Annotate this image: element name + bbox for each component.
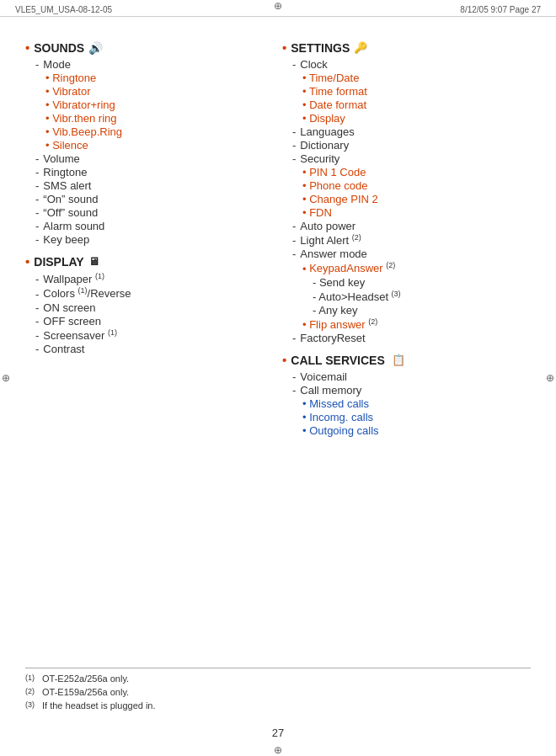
change-pin2-item: Change PIN 2 [302,193,531,205]
sounds-title: • SOUNDS 🔊 [25,40,274,55]
incoming-calls-item: Incomg. calls [302,411,531,423]
phone-code-item: Phone code [302,179,531,192]
display-clock-item: Display [302,112,531,125]
off-screen-item: -OFF screen [35,315,274,327]
key-beep-item: -Key beep [35,233,274,246]
display-icon: 🖥 [88,255,99,268]
header-left: VLE5_UM_USA-08-12-05 [15,5,112,14]
screensaver-item: -Screensaver (1) [35,328,274,342]
time-format-item: Time format [302,85,531,98]
header-right: 8/12/05 9:07 Page 27 [460,5,541,14]
vib-beep-ring-item: Vib.Beep.Ring [45,125,274,138]
auto-headset-item: Auto>Headset (3) [313,290,531,303]
bullet-call-services: • [282,353,286,367]
on-sound-item: -“On” sound [35,193,274,205]
send-key-item: Send key [313,276,531,289]
crosshair-right-icon: ⊕ [544,370,556,386]
settings-title: • SETTINGS 🔑 [282,40,531,55]
settings-icon: 🔑 [354,41,367,54]
ringtone2-item: -Ringtone [35,166,274,178]
crosshair-top-icon: ⊕ [270,0,286,12]
factory-reset-item: -FactoryReset [292,332,531,344]
outgoing-calls-item: Outgoing calls [302,424,531,437]
light-alert-item: -Light Alert (2) [292,233,531,247]
volume-item: -Volume [35,152,274,165]
missed-calls-item: Missed calls [302,397,531,410]
right-column: • SETTINGS 🔑 -Clock Time/Date Time forma… [282,32,539,437]
call-services-section: • CALL SERVICES 📋 -Voicemail -Call memor… [282,353,531,437]
display-title: • DISPLAY 🖥 [25,254,274,269]
crosshair-bottom-icon: ⊕ [270,744,286,756]
call-memory-item: -Call memory [292,384,531,397]
settings-section: • SETTINGS 🔑 -Clock Time/Date Time forma… [282,40,531,344]
dictionary-item: -Dictionary [292,139,531,152]
sms-alert-item: -SMS alert [35,179,274,192]
fdn-item: FDN [302,206,531,219]
call-services-icon: 📋 [392,354,405,366]
alarm-sound-item: -Alarm sound [35,220,274,232]
voicemail-item: -Voicemail [292,370,531,383]
main-content: • SOUNDS 🔊 - Mode Ringtone Vibrator Vibr… [0,17,556,445]
vibr-then-ring-item: Vibr.then ring [45,112,274,125]
clock-item: -Clock [292,58,531,71]
page-number: 27 [0,727,556,739]
colors-item: -Colors (1)/Reverse [35,286,274,300]
any-key-item: Any key [313,304,531,317]
footnote-1: (1) OT-E252a/256a only. [25,673,531,685]
call-services-title: • CALL SERVICES 📋 [282,353,531,367]
left-column: • SOUNDS 🔊 - Mode Ringtone Vibrator Vibr… [25,32,282,437]
mode-item: - Mode [35,58,274,71]
bullet-display: • [25,254,29,269]
off-sound-item: -“Off” sound [35,206,274,219]
sounds-icon: 🔊 [88,41,103,55]
languages-item: -Languages [292,125,531,138]
display-section: • DISPLAY 🖥 -Wallpaper (1) -Colors (1)/R… [25,254,274,355]
security-item: -Security [292,152,531,165]
vibrator-ring-item: Vibrator+ring [45,98,274,111]
sounds-section: • SOUNDS 🔊 - Mode Ringtone Vibrator Vibr… [25,40,274,246]
date-format-item: Date format [302,98,531,111]
footnote-2: (2) OT-E159a/256a only. [25,687,531,699]
ringtone-item: Ringtone [45,72,274,84]
keypad-answer-item: KeypadAnswer (2) [302,261,531,274]
contrast-item: -Contrast [35,343,274,355]
silence-item: Silence [45,139,274,152]
on-screen-item: -ON screen [35,301,274,314]
time-date-item: Time/Date [302,72,531,84]
footnote-3: (3) If the headset is plugged in. [25,700,531,712]
crosshair-left-icon: ⊕ [0,370,12,386]
bullet-settings: • [282,40,286,55]
pin1-item: PIN 1 Code [302,166,531,178]
auto-power-item: -Auto power [292,220,531,232]
bullet-sounds: • [25,40,29,55]
answer-mode-item: -Answer mode [292,248,531,260]
wallpaper-item: -Wallpaper (1) [35,272,274,285]
footnotes: (1) OT-E252a/256a only. (2) OT-E159a/256… [25,668,531,714]
vibrator-item: Vibrator [45,85,274,98]
flip-answer-item: Flip answer (2) [302,317,531,331]
